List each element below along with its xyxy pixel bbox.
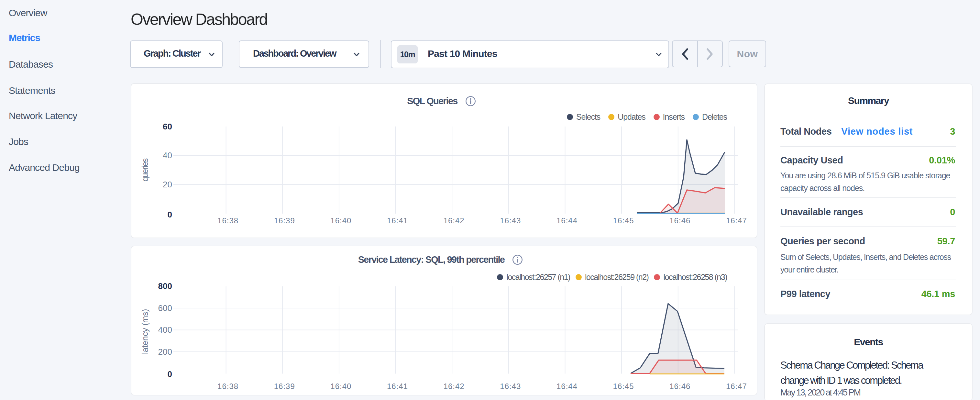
svg-text:600: 600 xyxy=(158,303,172,313)
svg-text:latency (ms): latency (ms) xyxy=(140,309,150,354)
svg-text:16:41: 16:41 xyxy=(387,216,408,225)
svg-text:16:38: 16:38 xyxy=(217,216,239,225)
svg-text:16:46: 16:46 xyxy=(670,382,690,390)
svg-text:800: 800 xyxy=(158,281,172,291)
svg-text:16:39: 16:39 xyxy=(274,216,295,225)
svg-text:16:43: 16:43 xyxy=(500,382,521,390)
svg-text:0: 0 xyxy=(168,210,172,220)
svg-text:16:38: 16:38 xyxy=(217,382,239,390)
svg-text:16:46: 16:46 xyxy=(670,216,690,225)
svg-text:16:47: 16:47 xyxy=(726,382,747,390)
svg-text:16:45: 16:45 xyxy=(613,382,634,390)
svg-text:16:42: 16:42 xyxy=(444,216,465,225)
svg-text:60: 60 xyxy=(163,122,172,131)
svg-text:16:47: 16:47 xyxy=(726,216,747,225)
svg-text:16:40: 16:40 xyxy=(330,382,352,390)
svg-text:40: 40 xyxy=(163,150,172,160)
svg-text:16:41: 16:41 xyxy=(387,382,408,390)
svg-text:20: 20 xyxy=(163,180,172,189)
svg-text:0: 0 xyxy=(168,369,172,379)
svg-text:16:39: 16:39 xyxy=(274,382,295,390)
svg-text:16:40: 16:40 xyxy=(330,216,352,225)
svg-text:400: 400 xyxy=(158,325,172,335)
svg-text:16:45: 16:45 xyxy=(613,216,634,225)
svg-text:200: 200 xyxy=(158,347,172,357)
svg-text:16:43: 16:43 xyxy=(500,216,521,225)
svg-text:16:44: 16:44 xyxy=(557,382,578,390)
svg-text:16:44: 16:44 xyxy=(557,216,578,225)
svg-text:queries: queries xyxy=(140,158,150,182)
svg-text:16:42: 16:42 xyxy=(444,382,465,390)
